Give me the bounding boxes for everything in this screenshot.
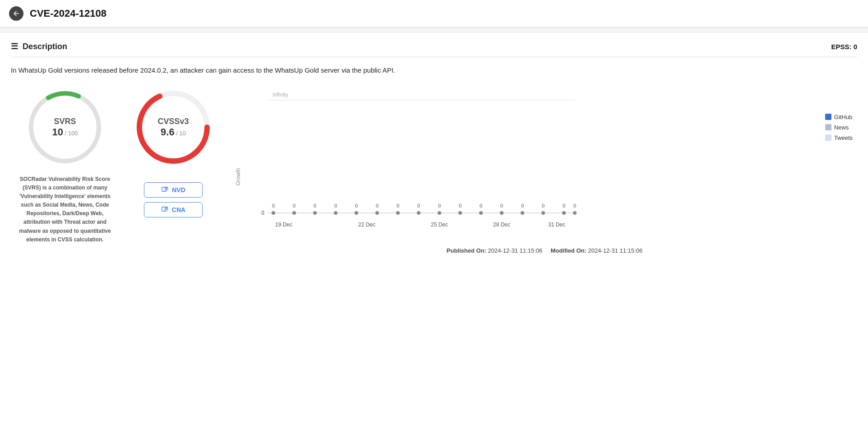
cvss-score: 9.6 [161,126,175,137]
svrs-circle: SVRS 10 / 100 [24,87,106,168]
svg-point-34 [479,211,483,215]
chart-legend: GitHub News Tweets [825,114,853,141]
back-icon [12,9,20,18]
sub-header-bar [0,28,868,32]
svg-point-32 [438,211,441,215]
svrs-score: 10 [52,126,63,137]
news-legend-dot [825,124,831,130]
main-content: ☰ Description EPSS: 0 In WhatsUp Gold ve… [0,32,868,263]
tweets-legend-dot [825,134,831,141]
footer-info: Published On: 2024-12-31 11:15:06 Modifi… [232,247,857,254]
svg-point-31 [417,211,420,215]
svg-point-27 [334,211,337,215]
main-row: SVRS 10 / 100 SOCRadar Vulnerability Ris… [11,87,857,254]
svrs-score-label: SVRS 10 / 100 [52,116,78,138]
svrs-description: SOCRadar Vulnerability Risk Score (SVRS)… [15,175,115,245]
svg-point-29 [375,211,379,215]
cvss-score-label: CVSSv3 9.6 / 10 [157,116,189,138]
svg-point-37 [541,211,545,215]
svg-text:0: 0 [573,203,576,208]
page-title: CVE-2024-12108 [30,8,106,19]
svrs-section: SVRS 10 / 100 SOCRadar Vulnerability Ris… [11,87,119,245]
cna-button[interactable]: CNA [144,202,203,217]
svrs-max: / 100 [63,129,78,136]
external-link-icon-2 [161,206,168,213]
external-link-icon [161,186,168,194]
y-label-infinity: Infinity [272,92,288,98]
cvss-buttons: NVD CNA [144,182,203,217]
svg-point-28 [355,211,358,215]
github-legend-dot [825,114,831,120]
tweets-legend-label: Tweets [834,134,853,141]
description-label: ☰ Description [11,42,67,51]
published-label: Published On: [447,247,486,254]
svrs-text: SVRS [52,116,78,126]
svg-text:0: 0 [500,203,503,208]
y-zero-label: 0 [261,210,264,216]
svg-point-36 [521,211,524,215]
svg-text:0: 0 [376,203,379,208]
news-legend-label: News [834,124,849,131]
svg-text:0: 0 [272,203,275,208]
svg-text:0: 0 [459,203,462,208]
svg-text:0: 0 [293,203,295,208]
x-label-25dec: 25 Dec [431,222,448,228]
description-text: In WhatsUp Gold versions released before… [11,65,857,76]
svg-point-30 [396,211,400,215]
svg-point-25 [292,211,296,215]
svg-text:0: 0 [397,203,399,208]
chart-svg: Infinity Growth 0 0 0 0 0 0 [232,87,602,240]
svg-point-35 [500,211,503,215]
x-label-22dec: 22 Dec [358,222,375,228]
svg-point-39 [573,211,577,215]
description-title: Description [23,42,67,51]
list-icon: ☰ [11,42,18,51]
x-label-28dec: 28 Dec [493,222,510,228]
legend-github: GitHub [825,114,853,120]
svg-text:0: 0 [563,203,565,208]
chart-wrapper: GitHub News Tweets Infinity [232,87,857,240]
modified-label: Modified On: [550,247,586,254]
svg-text:0: 0 [542,203,545,208]
svg-point-24 [272,211,275,215]
svg-point-38 [562,211,566,215]
published-value: 2024-12-31 11:15:06 [488,247,543,254]
y-axis-label: Growth [235,168,241,185]
svg-text:0: 0 [438,203,441,208]
epss-label: EPSS: 0 [831,43,857,51]
svg-text:0: 0 [355,203,358,208]
svg-text:0: 0 [314,203,316,208]
github-legend-label: GitHub [834,114,852,120]
cvss-circle: CVSSv3 9.6 / 10 [133,87,214,168]
chart-section: GitHub News Tweets Infinity [227,87,857,254]
modified-value: 2024-12-31 11:15:06 [588,247,642,254]
svg-text:0: 0 [480,203,482,208]
cvss-max: / 10 [175,129,186,136]
legend-tweets: Tweets [825,134,853,141]
cna-label: CNA [172,206,185,213]
svg-point-33 [458,211,462,215]
x-label-31dec: 31 Dec [548,222,565,228]
nvd-button[interactable]: NVD [144,182,203,198]
cvss-section: CVSSv3 9.6 / 10 NVD [119,87,227,217]
svg-text:0: 0 [417,203,420,208]
page-header: CVE-2024-12108 [0,0,868,28]
nvd-label: NVD [172,186,185,194]
back-button[interactable] [9,6,23,21]
svg-text:0: 0 [521,203,524,208]
svg-point-26 [313,211,317,215]
cvss-text: CVSSv3 [157,116,189,126]
x-label-19dec: 19 Dec [275,222,292,228]
svg-text:0: 0 [334,203,337,208]
legend-news: News [825,124,853,131]
description-row: ☰ Description EPSS: 0 [11,42,857,57]
